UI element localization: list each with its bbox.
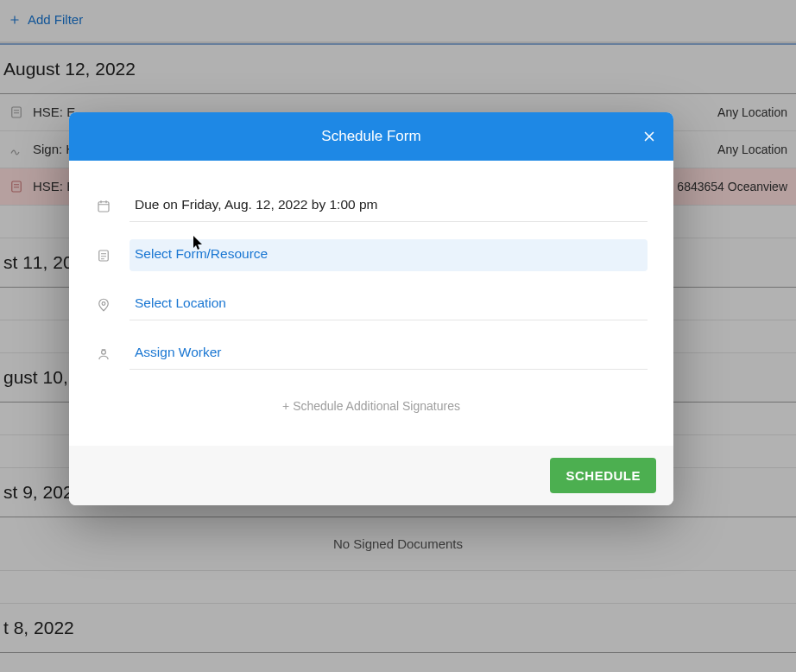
add-signatures-link[interactable]: + Schedule Additional Signatures	[95, 378, 648, 435]
svg-point-5	[102, 350, 106, 354]
worker-icon	[95, 346, 112, 363]
select-location-row[interactable]: Select Location	[95, 280, 648, 329]
modal-footer: SCHEDULE	[69, 446, 673, 505]
svg-point-4	[102, 301, 105, 305]
due-date-row[interactable]: Due on Friday, Aug. 12, 2022 by 1:00 pm	[95, 181, 648, 231]
close-icon	[641, 129, 657, 144]
assign-worker-link[interactable]: Assign Worker	[130, 338, 648, 370]
select-form-link[interactable]: Select Form/Resource	[130, 239, 648, 271]
due-date-value: Due on Friday, Aug. 12, 2022 by 1:00 pm	[130, 190, 648, 222]
schedule-button[interactable]: SCHEDULE	[550, 458, 656, 493]
calendar-icon	[95, 198, 112, 215]
assign-worker-row[interactable]: Assign Worker	[95, 329, 648, 378]
modal-body: Due on Friday, Aug. 12, 2022 by 1:00 pm …	[69, 161, 673, 446]
modal-header: Schedule Form	[69, 112, 673, 161]
select-form-row[interactable]: Select Form/Resource	[95, 231, 648, 280]
close-button[interactable]	[637, 124, 661, 149]
schedule-form-modal: Schedule Form Due on Friday, Aug. 12, 20…	[69, 112, 673, 505]
location-icon	[95, 296, 112, 314]
modal-title: Schedule Form	[321, 128, 420, 145]
document-icon	[95, 247, 112, 264]
svg-rect-2	[98, 201, 109, 211]
select-location-link[interactable]: Select Location	[130, 288, 648, 320]
